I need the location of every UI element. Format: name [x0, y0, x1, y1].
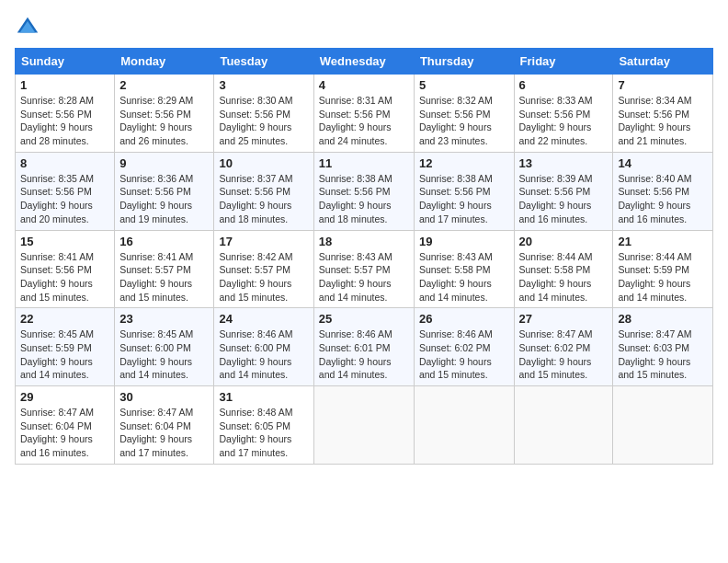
- day-number: 20: [519, 235, 609, 248]
- day-info: Sunrise: 8:47 AMSunset: 6:04 PMDaylight:…: [20, 407, 94, 458]
- day-cell: 29 Sunrise: 8:47 AMSunset: 6:04 PMDaylig…: [16, 386, 115, 465]
- page-header: [15, 15, 713, 40]
- day-number: 23: [119, 312, 209, 326]
- calendar-body: 1 Sunrise: 8:28 AMSunset: 5:56 PMDayligh…: [16, 75, 713, 465]
- day-number: 24: [219, 312, 308, 326]
- day-number: 13: [519, 156, 609, 170]
- day-info: Sunrise: 8:43 AMSunset: 5:57 PMDaylight:…: [319, 251, 392, 303]
- logo-icon: [15, 15, 40, 40]
- header-friday: Friday: [514, 49, 613, 75]
- header-saturday: Saturday: [613, 49, 713, 75]
- day-cell: 8 Sunrise: 8:35 AMSunset: 5:56 PMDayligh…: [16, 152, 115, 230]
- day-cell: 24 Sunrise: 8:46 AMSunset: 6:00 PMDaylig…: [214, 308, 313, 386]
- header-thursday: Thursday: [414, 49, 514, 75]
- day-cell: 3 Sunrise: 8:30 AMSunset: 5:56 PMDayligh…: [214, 75, 313, 153]
- day-cell: 26 Sunrise: 8:46 AMSunset: 6:02 PMDaylig…: [414, 308, 514, 386]
- day-cell: 27 Sunrise: 8:47 AMSunset: 6:02 PMDaylig…: [514, 308, 613, 386]
- day-info: Sunrise: 8:29 AMSunset: 5:56 PMDaylight:…: [119, 95, 193, 146]
- day-info: Sunrise: 8:46 AMSunset: 6:00 PMDaylight:…: [219, 328, 292, 380]
- day-cell: 7 Sunrise: 8:34 AMSunset: 5:56 PMDayligh…: [613, 75, 713, 153]
- day-number: 21: [618, 235, 708, 248]
- day-number: 19: [419, 235, 509, 248]
- day-number: 16: [119, 235, 209, 248]
- day-info: Sunrise: 8:32 AMSunset: 5:56 PMDaylight:…: [419, 95, 493, 146]
- day-cell: 21 Sunrise: 8:44 AMSunset: 5:59 PMDaylig…: [613, 230, 713, 308]
- day-cell: 25 Sunrise: 8:46 AMSunset: 6:01 PMDaylig…: [313, 308, 414, 386]
- day-number: 27: [519, 312, 609, 326]
- day-info: Sunrise: 8:46 AMSunset: 6:01 PMDaylight:…: [319, 328, 392, 380]
- day-number: 14: [618, 156, 708, 170]
- day-info: Sunrise: 8:35 AMSunset: 5:56 PMDaylight:…: [20, 173, 94, 224]
- day-number: 7: [618, 78, 708, 92]
- day-cell: [313, 386, 414, 465]
- day-number: 1: [20, 78, 109, 92]
- day-cell: 5 Sunrise: 8:32 AMSunset: 5:56 PMDayligh…: [414, 75, 514, 153]
- day-number: 5: [419, 78, 509, 92]
- week-row-5: 29 Sunrise: 8:47 AMSunset: 6:04 PMDaylig…: [16, 386, 713, 465]
- header-sunday: Sunday: [16, 49, 115, 75]
- day-info: Sunrise: 8:47 AMSunset: 6:04 PMDaylight:…: [119, 407, 193, 458]
- week-row-2: 8 Sunrise: 8:35 AMSunset: 5:56 PMDayligh…: [16, 152, 713, 230]
- day-number: 26: [419, 312, 509, 326]
- day-info: Sunrise: 8:31 AMSunset: 5:56 PMDaylight:…: [319, 95, 392, 146]
- day-cell: 4 Sunrise: 8:31 AMSunset: 5:56 PMDayligh…: [313, 75, 414, 153]
- day-info: Sunrise: 8:41 AMSunset: 5:56 PMDaylight:…: [20, 251, 94, 303]
- day-cell: 1 Sunrise: 8:28 AMSunset: 5:56 PMDayligh…: [16, 75, 115, 153]
- day-cell: [613, 386, 713, 465]
- day-info: Sunrise: 8:34 AMSunset: 5:56 PMDaylight:…: [618, 95, 691, 146]
- day-cell: 2 Sunrise: 8:29 AMSunset: 5:56 PMDayligh…: [115, 75, 214, 153]
- day-info: Sunrise: 8:38 AMSunset: 5:56 PMDaylight:…: [319, 173, 392, 224]
- day-cell: [414, 386, 514, 465]
- day-cell: 19 Sunrise: 8:43 AMSunset: 5:58 PMDaylig…: [414, 230, 514, 308]
- day-cell: 17 Sunrise: 8:42 AMSunset: 5:57 PMDaylig…: [214, 230, 313, 308]
- day-number: 10: [219, 156, 308, 170]
- day-number: 2: [119, 78, 209, 92]
- day-cell: 28 Sunrise: 8:47 AMSunset: 6:03 PMDaylig…: [613, 308, 713, 386]
- day-info: Sunrise: 8:37 AMSunset: 5:56 PMDaylight:…: [219, 173, 292, 224]
- day-number: 29: [20, 390, 109, 404]
- header-wednesday: Wednesday: [313, 49, 414, 75]
- day-number: 17: [219, 235, 308, 248]
- day-info: Sunrise: 8:36 AMSunset: 5:56 PMDaylight:…: [119, 173, 193, 224]
- calendar-header: SundayMondayTuesdayWednesdayThursdayFrid…: [16, 49, 713, 75]
- day-cell: 10 Sunrise: 8:37 AMSunset: 5:56 PMDaylig…: [214, 152, 313, 230]
- week-row-3: 15 Sunrise: 8:41 AMSunset: 5:56 PMDaylig…: [16, 230, 713, 308]
- day-number: 4: [319, 78, 409, 92]
- day-info: Sunrise: 8:38 AMSunset: 5:56 PMDaylight:…: [419, 173, 493, 224]
- day-cell: 13 Sunrise: 8:39 AMSunset: 5:56 PMDaylig…: [514, 152, 613, 230]
- day-info: Sunrise: 8:47 AMSunset: 6:03 PMDaylight:…: [618, 328, 691, 380]
- day-info: Sunrise: 8:46 AMSunset: 6:02 PMDaylight:…: [419, 328, 493, 380]
- day-cell: 20 Sunrise: 8:44 AMSunset: 5:58 PMDaylig…: [514, 230, 613, 308]
- day-cell: 11 Sunrise: 8:38 AMSunset: 5:56 PMDaylig…: [313, 152, 414, 230]
- day-number: 9: [119, 156, 209, 170]
- day-info: Sunrise: 8:41 AMSunset: 5:57 PMDaylight:…: [119, 251, 193, 303]
- day-cell: 16 Sunrise: 8:41 AMSunset: 5:57 PMDaylig…: [115, 230, 214, 308]
- calendar-table: SundayMondayTuesdayWednesdayThursdayFrid…: [15, 48, 713, 465]
- day-number: 28: [618, 312, 708, 326]
- day-cell: 14 Sunrise: 8:40 AMSunset: 5:56 PMDaylig…: [613, 152, 713, 230]
- day-number: 22: [20, 312, 109, 326]
- day-info: Sunrise: 8:44 AMSunset: 5:59 PMDaylight:…: [618, 251, 691, 303]
- day-number: 6: [519, 78, 609, 92]
- day-info: Sunrise: 8:40 AMSunset: 5:56 PMDaylight:…: [618, 173, 691, 224]
- day-number: 11: [319, 156, 409, 170]
- day-info: Sunrise: 8:44 AMSunset: 5:58 PMDaylight:…: [519, 251, 593, 303]
- day-number: 12: [419, 156, 509, 170]
- day-number: 15: [20, 235, 109, 248]
- day-number: 31: [219, 390, 308, 404]
- day-info: Sunrise: 8:45 AMSunset: 6:00 PMDaylight:…: [119, 328, 193, 380]
- day-info: Sunrise: 8:30 AMSunset: 5:56 PMDaylight:…: [219, 95, 292, 146]
- day-cell: 23 Sunrise: 8:45 AMSunset: 6:00 PMDaylig…: [115, 308, 214, 386]
- day-info: Sunrise: 8:42 AMSunset: 5:57 PMDaylight:…: [219, 251, 292, 303]
- day-number: 3: [219, 78, 308, 92]
- week-row-1: 1 Sunrise: 8:28 AMSunset: 5:56 PMDayligh…: [16, 75, 713, 153]
- day-info: Sunrise: 8:28 AMSunset: 5:56 PMDaylight:…: [20, 95, 94, 146]
- day-info: Sunrise: 8:45 AMSunset: 5:59 PMDaylight:…: [20, 328, 94, 380]
- day-cell: 18 Sunrise: 8:43 AMSunset: 5:57 PMDaylig…: [313, 230, 414, 308]
- day-info: Sunrise: 8:48 AMSunset: 6:05 PMDaylight:…: [219, 407, 292, 458]
- day-number: 18: [319, 235, 409, 248]
- day-info: Sunrise: 8:43 AMSunset: 5:58 PMDaylight:…: [419, 251, 493, 303]
- day-info: Sunrise: 8:39 AMSunset: 5:56 PMDaylight:…: [519, 173, 593, 224]
- day-cell: 31 Sunrise: 8:48 AMSunset: 6:05 PMDaylig…: [214, 386, 313, 465]
- day-cell: 12 Sunrise: 8:38 AMSunset: 5:56 PMDaylig…: [414, 152, 514, 230]
